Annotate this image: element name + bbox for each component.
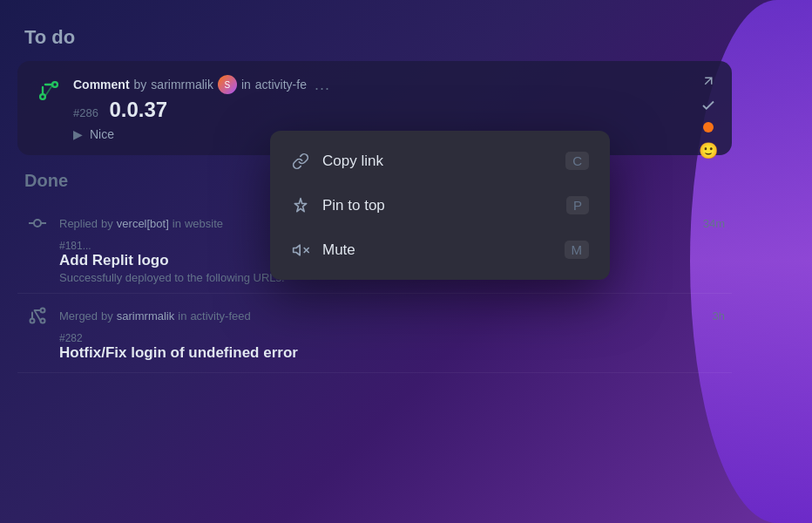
done-2-title: Hotfix/Fix login of undefined error <box>24 344 725 362</box>
context-menu: Copy link C Pin to top P Mute <box>270 131 610 280</box>
done-1-time: 34m <box>703 217 725 230</box>
done-1-user: vercel[bot] <box>117 217 169 230</box>
check-button[interactable] <box>700 98 716 113</box>
pin-icon <box>291 197 310 214</box>
done-item-2-header: Merged by sarimrmalik in activity-feed 3… <box>24 302 725 329</box>
mute-shortcut: M <box>565 241 590 259</box>
svg-marker-3 <box>294 245 301 255</box>
done-2-in: in <box>178 309 186 323</box>
done-2-user: sarimrmalik <box>117 309 174 323</box>
action-type: Comment <box>73 78 130 92</box>
done-2-time: 3h <box>713 309 725 323</box>
menu-item-pin-to-top[interactable]: Pin to top P <box>275 184 605 227</box>
dots-button[interactable]: ... <box>311 76 334 94</box>
copy-link-shortcut: C <box>565 152 589 170</box>
username: sarimrmalik <box>151 78 213 92</box>
mute-label: Mute <box>322 241 552 259</box>
done-1-repo: website <box>185 217 223 230</box>
card-right-icons: 🙂 <box>699 73 718 160</box>
avatar: S <box>218 75 237 94</box>
done-2-number: #282 <box>24 332 725 344</box>
done-1-action: Replied <box>59 217 98 230</box>
card-snippet: Nice <box>90 127 114 141</box>
chevron-icon: ▶ <box>73 127 83 141</box>
done-item-2: Merged by sarimrmalik in activity-feed 3… <box>17 294 732 373</box>
status-dot <box>703 122 714 132</box>
emoji-button[interactable]: 🙂 <box>699 141 718 160</box>
menu-item-mute[interactable]: Mute M <box>275 228 605 271</box>
svg-point-6 <box>34 220 41 227</box>
todo-section-title: To do <box>17 26 732 49</box>
done-1-in: in <box>173 217 181 230</box>
done-item-2-meta: Merged by sarimrmalik in activity-feed <box>59 309 704 323</box>
copy-link-label: Copy link <box>322 153 553 170</box>
pin-to-top-shortcut: P <box>566 196 589 214</box>
commit-icon-1 <box>24 210 51 236</box>
pr-number: #286 <box>73 106 98 119</box>
pr-version: 0.0.37 <box>102 98 167 121</box>
done-2-repo: activity-feed <box>190 309 250 323</box>
card-meta: Comment by sarimrmalik S in activity-fe … <box>73 75 716 94</box>
done-1-by: by <box>101 217 113 230</box>
pr-icon <box>33 75 64 106</box>
link-icon <box>291 153 310 170</box>
mute-icon <box>291 241 310 259</box>
by-label: by <box>134 78 147 92</box>
in-label: in <box>241 78 251 92</box>
done-2-by: by <box>101 309 113 323</box>
merge-icon-2 <box>24 302 51 329</box>
open-arrow-button[interactable] <box>700 73 716 89</box>
repo-name: activity-fe <box>255 78 307 92</box>
pin-to-top-label: Pin to top <box>322 197 554 214</box>
main-container: To do Comment by sarimrmalik S <box>0 0 749 399</box>
done-2-action: Merged <box>59 309 98 323</box>
menu-item-copy-link[interactable]: Copy link C <box>275 139 605 182</box>
svg-line-2 <box>705 78 712 85</box>
